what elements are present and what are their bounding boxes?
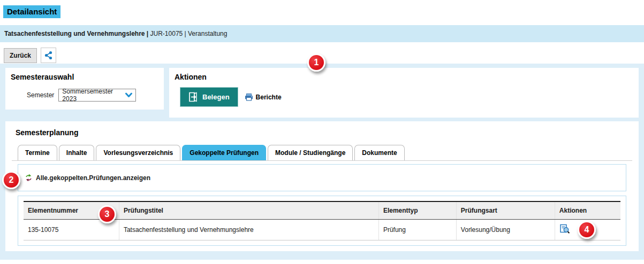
tab-module-studiengaenge[interactable]: Module / Studiengänge [268, 145, 353, 160]
cell-pruefungstitel: Tatsachenfeststellung und Vernehmungsleh… [119, 220, 378, 240]
swap-arrows-icon [25, 174, 33, 182]
annotation-circle-4: 4 [578, 221, 596, 239]
cell-pruefungsart: Vorlesung/Übung [456, 220, 555, 240]
show-all-coupled-exams-link[interactable]: Alle.gekoppelten.Prüfungen.anzeigen [36, 174, 150, 182]
semester-selection-panel: Semesterauswahl Semester Sommersemester … [5, 68, 164, 110]
page-title: Detailansicht [3, 5, 60, 18]
semester-select[interactable]: Sommersemester 2023 [58, 89, 136, 102]
col-header-pruefungsart: Prüfungsart [456, 201, 555, 220]
printer-icon [245, 93, 253, 101]
tab-vorlesungsverzeichnis[interactable]: Vorlesungsverzeichnis [96, 145, 180, 160]
semester-planning-panel: Semesterplanung Termine Inhalte Vorlesun… [5, 121, 639, 251]
share-icon [44, 51, 53, 60]
berichte-link-label: Berichte [256, 94, 282, 101]
actions-panel-heading: Aktionen [175, 73, 633, 81]
table-row: 135-10075 Tatsachenfeststellung und Vern… [24, 220, 620, 240]
tab-termine[interactable]: Termine [18, 145, 57, 160]
annotation-circle-1: 1 [307, 53, 325, 72]
tab-inhalte[interactable]: Inhalte [59, 145, 95, 160]
belegen-button-label: Belegen [202, 93, 230, 101]
actions-panel: Aktionen Belegen [169, 68, 639, 118]
tab-gekoppelte-pruefungen[interactable]: Gekoppelte Prüfungen [182, 145, 266, 160]
tab-dokumente[interactable]: Dokumente [354, 145, 404, 160]
col-header-aktionen: Aktionen [555, 201, 620, 220]
berichte-link[interactable]: Berichte [245, 93, 282, 101]
col-header-pruefungstitel: Prüfungstitel [119, 201, 378, 220]
view-details-icon[interactable] [559, 224, 571, 234]
planning-panel-heading: Semesterplanung [16, 128, 632, 137]
semester-label: Semester [27, 91, 54, 99]
annotation-circle-3: 3 [98, 205, 116, 223]
col-header-elementtyp: Elementtyp [378, 201, 456, 220]
main-content-area: Semesterauswahl Semester Sommersemester … [0, 64, 644, 260]
breadcrumb-course-title: Tatsachenfeststellung und Vernehmungsleh… [4, 30, 148, 37]
chevron-down-icon [125, 92, 132, 98]
breadcrumb-course-meta: JUR-10075 | Veranstaltung [148, 30, 227, 37]
share-button[interactable] [41, 48, 56, 63]
breadcrumb: Tatsachenfeststellung und Vernehmungsleh… [0, 25, 644, 42]
annotation-circle-2: 2 [2, 171, 20, 189]
back-button[interactable]: Zurück [4, 48, 37, 63]
semester-panel-heading: Semesterauswahl [11, 73, 158, 81]
door-enter-icon [188, 92, 198, 102]
coupled-exams-linkbox: Alle.gekoppelten.Prüfungen.anzeigen [18, 164, 626, 191]
semester-select-value: Sommersemester 2023 [62, 88, 125, 103]
belegen-button[interactable]: Belegen [180, 87, 238, 107]
planning-tabbar: Termine Inhalte Vorlesungsverzeichnis Ge… [12, 145, 632, 161]
cell-elementtyp: Prüfung [378, 220, 456, 240]
